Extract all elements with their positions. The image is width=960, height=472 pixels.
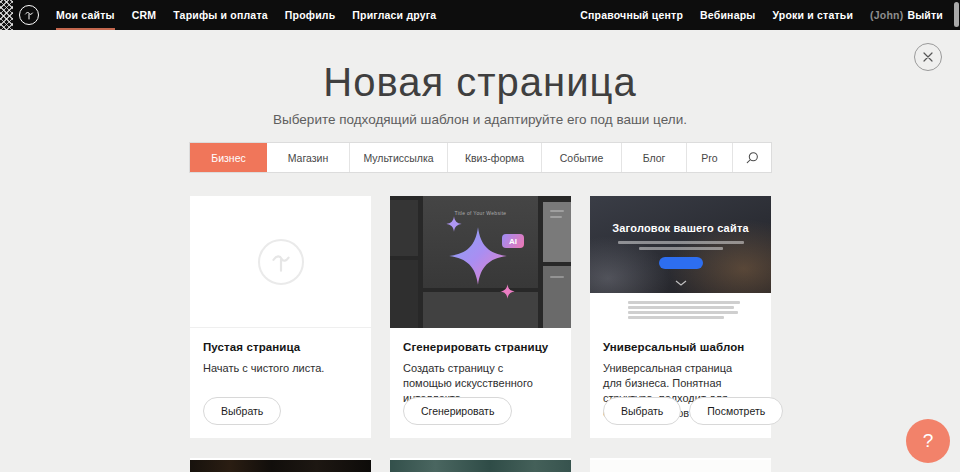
- hero-cta-button: [659, 257, 703, 269]
- template-card-partial[interactable]: [390, 458, 571, 472]
- edge-pattern-decoration: [0, 0, 13, 30]
- tab-pro[interactable]: Pro: [687, 143, 733, 172]
- ai-badge: AI: [502, 234, 524, 248]
- nav-invite-friend[interactable]: Пригласи друга: [352, 0, 436, 30]
- collage-caption: Title of Your Website: [390, 210, 571, 216]
- choose-template-button[interactable]: Выбрать: [603, 397, 681, 425]
- tab-blog[interactable]: Блог: [622, 143, 687, 172]
- nav-plans-payment[interactable]: Тарифы и оплата: [173, 0, 268, 30]
- tab-event[interactable]: Событие: [542, 143, 622, 172]
- template-thumbnail: [390, 460, 571, 472]
- tilda-logo[interactable]: [19, 5, 39, 25]
- template-thumbnail: [590, 460, 771, 472]
- top-navbar: Мои сайты CRM Тарифы и оплата Профиль Пр…: [0, 0, 960, 30]
- logout-link[interactable]: Выйти: [907, 9, 943, 21]
- hero-text-line: [639, 247, 723, 250]
- ai-preview: Title of Your Website AI: [390, 196, 571, 328]
- scrollbar-thumb[interactable]: [954, 2, 959, 27]
- template-thumbnail: [190, 460, 371, 472]
- ai-card-body: Сгенерировать страницу Создать страницу …: [390, 328, 571, 438]
- choose-blank-button[interactable]: Выбрать: [203, 397, 281, 425]
- blank-page-body: Пустая страница Начать с чистого листа. …: [190, 328, 371, 438]
- tab-multilink[interactable]: Мультиссылка: [350, 143, 448, 172]
- card-actions: Сгенерировать: [403, 397, 512, 425]
- tab-store[interactable]: Магазин: [267, 143, 350, 172]
- card-title: Сгенерировать страницу: [403, 341, 558, 353]
- template-card-partial[interactable]: [190, 458, 371, 472]
- nav-my-sites[interactable]: Мои сайты: [56, 0, 115, 30]
- ai-small-star-icon: [446, 216, 462, 232]
- nav-profile[interactable]: Профиль: [285, 0, 336, 30]
- card-blank-page[interactable]: Пустая страница Начать с чистого листа. …: [190, 196, 371, 438]
- chevron-down-icon: [675, 280, 687, 286]
- card-actions: Выбрать Посмотреть: [603, 397, 783, 425]
- template-preview: Заголовок вашего сайта: [590, 196, 771, 328]
- template-hero-title: Заголовок вашего сайта: [590, 222, 771, 234]
- tilda-app-screen: Мои сайты CRM Тарифы и оплата Профиль Пр…: [0, 0, 960, 472]
- card-title: Универсальный шаблон: [603, 341, 758, 353]
- template-text-section: [590, 293, 771, 328]
- nav-crm[interactable]: CRM: [132, 0, 157, 30]
- nav-account: (John) Выйти: [870, 0, 943, 30]
- card-actions: Выбрать: [203, 397, 281, 425]
- page-subtitle: Выберите подходящий шаблон и адаптируйте…: [0, 112, 960, 127]
- card-ai-generate[interactable]: Title of Your Website AI Сгенерировать с…: [390, 196, 571, 438]
- page-title: Новая страница: [0, 60, 960, 105]
- template-hero: Заголовок вашего сайта: [590, 196, 771, 293]
- hero-text-line: [618, 241, 744, 244]
- username-label: (John): [870, 9, 903, 21]
- tab-quiz-form[interactable]: Квиз-форма: [448, 143, 542, 172]
- tab-search[interactable]: [733, 143, 771, 172]
- preview-template-button[interactable]: Посмотреть: [689, 397, 783, 425]
- tilda-logo-icon: [23, 9, 35, 21]
- template-card-partial[interactable]: [590, 458, 771, 472]
- main-menu: Мои сайты CRM Тарифы и оплата Профиль Пр…: [56, 0, 436, 30]
- tilda-glyph-icon: [268, 249, 294, 275]
- generate-button[interactable]: Сгенерировать: [403, 397, 512, 425]
- template-card-body: Универсальный шаблон Универсальная стран…: [590, 328, 771, 438]
- search-icon: [745, 151, 759, 165]
- nav-webinars[interactable]: Вебинары: [700, 0, 755, 30]
- help-button[interactable]: ?: [906, 419, 950, 463]
- template-category-tabs: Бизнес Магазин Мультиссылка Квиз-форма С…: [189, 142, 772, 173]
- secondary-menu: Справочный центр Вебинары Уроки и статьи…: [580, 0, 943, 30]
- blank-page-preview: [190, 196, 371, 328]
- ai-star-icon: [448, 226, 508, 286]
- nav-help-center[interactable]: Справочный центр: [580, 0, 683, 30]
- tilda-placeholder-icon: [258, 239, 304, 285]
- tab-business[interactable]: Бизнес: [190, 143, 267, 172]
- ai-small-star2-icon: [500, 284, 515, 299]
- card-title: Пустая страница: [203, 341, 358, 353]
- card-universal-template[interactable]: Заголовок вашего сайта Универсальный шаб…: [590, 196, 771, 438]
- card-description: Начать с чистого листа.: [203, 361, 358, 376]
- nav-lessons-articles[interactable]: Уроки и статьи: [772, 0, 853, 30]
